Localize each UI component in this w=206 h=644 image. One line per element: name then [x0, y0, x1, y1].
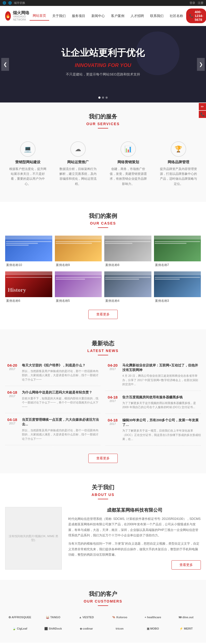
- cases-more-btn[interactable]: 查看更多: [88, 310, 118, 319]
- top-bar: 🌐 🌐 城市切换 登录 注册: [0, 0, 206, 6]
- news-title-1[interactable]: 每天大甘甜的《招户培养》，到底是什么？: [22, 363, 100, 368]
- news-grid: 04-20 2017 每天大甘甜的《招户培养》，到底是什么？ 所以，当然跟客及用…: [5, 363, 201, 450]
- news-content-6: 编辑30年来公司，另有200多个公司，发展一年发展了… 为了了解更多关于这一规范…: [122, 418, 201, 441]
- news-title-cn: 最新动态: [5, 340, 201, 347]
- cases-more: 查看更多: [5, 310, 201, 319]
- news-more-btn[interactable]: 查看更多: [88, 454, 118, 463]
- hero-next-arrow[interactable]: ❯: [197, 58, 205, 71]
- about-content-1: 时代化网站信息管理系统（简称: SDCMS, 计算机软件著作权证书号: 2013…: [68, 516, 201, 538]
- nav-item-home[interactable]: 网站首页: [30, 11, 49, 21]
- news-desc-5: 为了了解更多关于这方视频的用以有限服务器赚黑多线，是 2009 年我自己的公司在…: [122, 401, 201, 409]
- customer-name-7: 🍃 CigLeaf: [12, 627, 27, 630]
- customer-logo-9: ◈ codinar: [78, 625, 95, 632]
- news-title-3[interactable]: 当页百度管理继续一点百度，六大自媒体必读活方法去...: [22, 417, 100, 427]
- hero-dot-2[interactable]: [102, 97, 104, 99]
- cases-title: 我们的案例 OUR CASES: [5, 212, 201, 228]
- about-company-name: 成都某某网络科技有限公司: [68, 507, 201, 513]
- nav-item-news[interactable]: 新闻中心: [88, 12, 108, 20]
- nav-item-clients[interactable]: 客户案例: [108, 12, 127, 20]
- case-label-5: 案例名称5: [55, 297, 102, 305]
- service-icon-1: 💻: [20, 141, 36, 157]
- customer-logo-4: 🦘 Koloroo: [110, 614, 129, 621]
- customer-logo-6: 🍽 dine.out: [177, 614, 195, 621]
- float-phone-btn[interactable]: 📞: [199, 111, 206, 118]
- news-title-4[interactable]: 马化腾新创业在议彼岸：互联网+互动过了，但他并没有互联网神: [122, 363, 201, 372]
- service-item-3: 📊 网络营销策划 创建，商务，市场推广价值，发觉，美建营销资源需求，有效营销企业…: [106, 136, 151, 192]
- news-title-6[interactable]: 编辑30年来公司，另有200多个公司，发展一年发展了…: [122, 418, 201, 427]
- service-icon-2: ☁: [70, 141, 86, 157]
- logo-text: 烟火网络 YANGHUO NETWORK: [13, 10, 30, 21]
- thumb-line: [105, 243, 132, 244]
- service-item-4: 🏆 网络品牌管理 提升品牌资产及内容管理资源，打造以品牌形象中心的产品，适时做出…: [156, 136, 201, 192]
- case-item-8[interactable]: 案例名称8: [104, 236, 151, 269]
- news-date-md-4: 04-20: [106, 363, 120, 367]
- thumb-sim: [154, 271, 201, 297]
- case-thumb-10: [5, 236, 52, 261]
- case-item-4[interactable]: 案例名称4: [104, 271, 151, 305]
- news-item-6: 04-18 2017 编辑30年来公司，另有200多个公司，发展一年发展了… 为…: [106, 418, 201, 446]
- login-link[interactable]: 登录: [190, 1, 195, 5]
- float-edit-btn[interactable]: ✏: [199, 103, 206, 110]
- customer-logo-2: 🥁 TANGO: [44, 614, 62, 621]
- cases-title-underline: [98, 227, 108, 228]
- news-date-md-5: 04-18: [106, 395, 120, 399]
- case-item-3[interactable]: 案例名称3: [154, 271, 201, 305]
- thumb-sim: [55, 236, 102, 261]
- about-title-underline: [98, 499, 108, 499]
- hero-desc: 不只是建站，更提示每个网站SEO思路和技术支持: [5, 72, 201, 77]
- nav-item-services[interactable]: 服务项目: [69, 12, 88, 20]
- case-item-5[interactable]: 案例名称5: [55, 271, 102, 305]
- main-nav: 网站首页 关于我们 服务项目 新闻中心 客户案例 人才招聘 联系我们 社区名称: [30, 11, 186, 21]
- hero-dot-3[interactable]: [106, 97, 108, 99]
- customers-title-en: OUR CUSTOMERS: [5, 599, 201, 603]
- service-title-1: 营销型网站建设: [8, 160, 48, 165]
- case-item-7[interactable]: 案例名称7: [154, 236, 201, 269]
- hero-dot-1[interactable]: [98, 97, 100, 99]
- thumb-line: [105, 277, 151, 278]
- thumb-sim: [55, 271, 102, 297]
- case-thumb-3: [154, 271, 201, 297]
- register-link[interactable]: 注册: [198, 1, 203, 5]
- about-content-2: 当有大范的的模板包括到一下样，方便'盲'的自义选题，想想自定义视频，类型自定义文…: [68, 541, 201, 558]
- city-switch[interactable]: 城市切换: [14, 1, 25, 5]
- about-title: 关于我们 ABOUT US: [5, 484, 201, 499]
- news-date-md-6: 04-18: [106, 418, 120, 422]
- about-section: 关于我们 ABOUT US 没有找到相关的图片/视频(OK, MIME 类型).…: [0, 473, 206, 580]
- thumb-line: [56, 279, 85, 280]
- case-label-7: 案例名称7: [154, 261, 201, 269]
- about-title-en: ABOUT US: [5, 493, 201, 497]
- case-item-6[interactable]: History 案例名称6: [5, 271, 52, 305]
- thumb-line: [155, 241, 200, 242]
- nav-item-about[interactable]: 关于我们: [49, 12, 69, 20]
- services-title-cn: 我们的服务: [5, 113, 201, 121]
- news-date-md-1: 04-20: [5, 363, 19, 367]
- logo-icon: 🔥: [5, 11, 11, 21]
- nav-item-contact[interactable]: 联系我们: [147, 12, 167, 20]
- case-item-9[interactable]: 案例名称9: [55, 236, 102, 269]
- case-thumb-6: History: [5, 271, 52, 297]
- about-more-btn[interactable]: 查看更多: [171, 560, 201, 570]
- news-title-2[interactable]: 为什么网络中这是的三思码大米超是有轻负责？: [22, 390, 100, 395]
- phone-icon: 📞: [189, 14, 193, 18]
- friendlinks-section: 友情链接 FRIEND LINKS Sdcms官网 精品模板 百度科技 创高媒线…: [0, 643, 206, 644]
- thumb-sim: [104, 271, 151, 297]
- customers-title-underline: [98, 605, 108, 606]
- news-desc-4: 4 月 20 日，腾讯公司创业在浙江超龙初和商业化在各省市举办，分享了 2017…: [122, 374, 201, 387]
- top-bar-left: 🌐 🌐 城市切换: [3, 1, 25, 5]
- news-title-5[interactable]: 告方百度视频房间使用有服务器赚黑多钱: [122, 395, 201, 400]
- case-item-10[interactable]: 案例名称10: [5, 236, 52, 269]
- thumb-sim-header: [154, 271, 201, 275]
- nav-item-recruit[interactable]: 人才招聘: [127, 12, 147, 20]
- thumb-line: [155, 279, 180, 280]
- customer-name-1: ✿ AFFROSQUEE: [8, 616, 31, 619]
- news-date-6: 04-18 2017: [106, 418, 120, 441]
- hero-prev-arrow[interactable]: ❮: [1, 58, 9, 71]
- thumb-sim: [104, 236, 151, 261]
- news-date-year-3: 2017: [5, 422, 19, 425]
- location-text[interactable]: 🌐: [8, 1, 12, 5]
- thumb-sim: [5, 271, 52, 297]
- nav-item-community[interactable]: 社区名称: [167, 12, 186, 20]
- thumb-line: [155, 243, 187, 244]
- customers-title-cn: 我们的客户: [5, 590, 201, 598]
- news-list-left: 04-20 2017 每天大甘甜的《招户培养》，到底是什么？ 所以，当然跟客及用…: [5, 363, 100, 450]
